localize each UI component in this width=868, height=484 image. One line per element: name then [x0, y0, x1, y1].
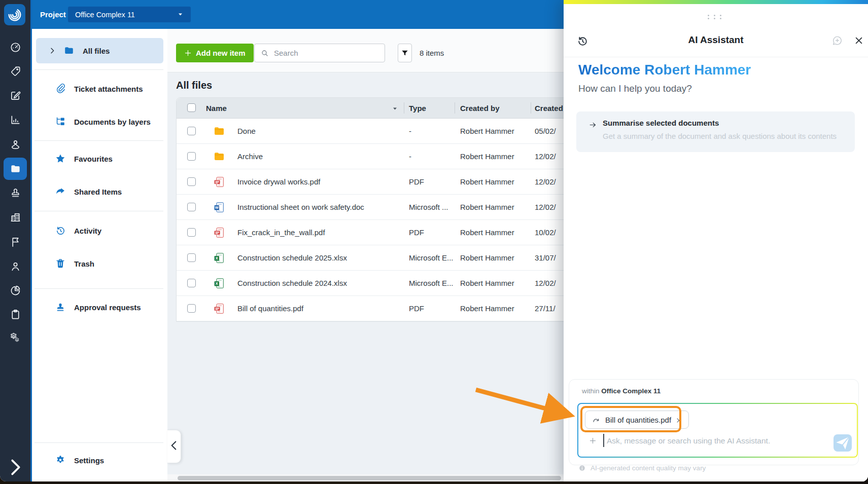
rail-item-person[interactable] — [4, 255, 27, 277]
remove-attachment-icon[interactable] — [676, 417, 682, 423]
file-name[interactable]: Construction schedule 2024.xlsx — [237, 271, 347, 295]
file-name[interactable]: Invoice drywal works.pdf — [237, 169, 320, 194]
sidebar-item-label: Ticket attachments — [74, 85, 143, 93]
file-created-by: Robert Hammer — [460, 144, 514, 169]
file-created-by: Robert Hammer — [460, 296, 514, 321]
attachment-chip-label: Bill of quantities.pdf — [605, 416, 671, 424]
file-name[interactable]: Bill of quantities.pdf — [237, 296, 303, 321]
rail-item-folder[interactable] — [4, 158, 27, 180]
sidebar-item-activity[interactable]: Activity — [36, 218, 163, 243]
scope-row: within Office Complex 11 — [582, 387, 661, 395]
row-checkbox[interactable] — [187, 152, 196, 161]
feedback-bubble-icon[interactable] — [831, 35, 843, 47]
sidebar-item-label: Favourites — [74, 155, 113, 163]
rail-item-bar-chart[interactable] — [4, 108, 27, 131]
planradar-logo[interactable] — [4, 4, 25, 25]
file-created-on: 10/02/ — [535, 220, 556, 245]
rail-item-pie-chart[interactable] — [4, 279, 27, 301]
rail-item-clipboard[interactable] — [4, 303, 27, 325]
suggestion-card[interactable]: Summarise selected documents Get a summa… — [576, 111, 855, 152]
row-checkbox[interactable] — [187, 228, 196, 237]
history-icon — [55, 225, 66, 236]
pencil-document-icon — [10, 90, 21, 101]
column-divider — [531, 102, 531, 114]
sidebar-divider — [34, 442, 163, 443]
rail-item-flag[interactable] — [4, 231, 27, 253]
rail-item-gears[interactable] — [4, 327, 27, 350]
stamp-icon — [10, 187, 21, 199]
rail-item-buildings[interactable] — [4, 206, 27, 228]
rail-item-tag[interactable] — [4, 60, 27, 82]
add-new-item-button[interactable]: Add new item — [176, 44, 254, 62]
arrow-right-icon — [588, 121, 597, 129]
file-name[interactable]: Fix_crack_in_the_wall.pdf — [237, 220, 325, 245]
file-name[interactable]: Construction schedule 2025.xlsx — [237, 245, 347, 270]
paperclip-icon — [55, 83, 66, 94]
clipboard-icon — [10, 309, 21, 320]
sidebar-item-settings[interactable]: Settings — [36, 448, 163, 473]
sidebar-item-label: Activity — [74, 227, 101, 235]
sidebar-item-ticket-attachments[interactable]: Ticket attachments — [36, 76, 163, 101]
text-cursor — [603, 434, 604, 447]
horizontal-scrollbar-thumb[interactable] — [178, 476, 561, 480]
pie-chart-icon — [10, 284, 21, 296]
row-checkbox[interactable] — [187, 127, 196, 135]
project-selector[interactable]: Office Complex 11 — [68, 7, 191, 22]
footer-note: AI-generated content quality may vary — [591, 464, 706, 472]
column-header-name[interactable]: Name — [206, 98, 227, 118]
panel-drag-handle-icon[interactable] — [708, 15, 724, 20]
file-name[interactable]: Instructional sheet on work safety.doc — [237, 195, 364, 219]
file-created-on: 31/07/ — [535, 245, 556, 270]
sidebar-item-shared-items[interactable]: Shared Items — [36, 179, 163, 204]
desktop-edge — [0, 481, 868, 484]
sort-caret-icon[interactable] — [392, 105, 398, 111]
row-checkbox[interactable] — [187, 203, 196, 211]
file-created-by: Robert Hammer — [460, 245, 514, 270]
star-icon — [55, 153, 66, 164]
attach-plus-icon[interactable] — [589, 437, 597, 444]
gears-icon — [10, 333, 21, 345]
pdf-file-icon — [214, 169, 224, 194]
rail-item-gauge[interactable] — [4, 36, 27, 58]
select-all-checkbox[interactable] — [187, 103, 196, 112]
suggestion-description: Get a summary of the document and ask qu… — [603, 132, 837, 140]
column-header-type[interactable]: Type — [409, 98, 426, 118]
close-icon[interactable] — [854, 35, 864, 46]
ai-assistant-title: AI Assistant — [564, 34, 868, 46]
sidebar-collapse-button[interactable] — [167, 430, 181, 463]
row-checkbox[interactable] — [187, 279, 196, 287]
sidebar-item-documents-by-layers[interactable]: Documents by layers — [36, 109, 163, 134]
buildings-icon — [10, 211, 21, 223]
rail-expand-button[interactable] — [4, 458, 27, 478]
file-name[interactable]: Done — [237, 119, 256, 143]
column-header-created-by[interactable]: Created by — [460, 98, 500, 118]
rail-item-person-pin[interactable] — [4, 133, 27, 155]
file-name[interactable]: Archive — [237, 144, 263, 169]
send-button[interactable] — [834, 434, 852, 452]
rail-item-stamp[interactable] — [4, 181, 27, 204]
file-created-on: 27/11/ — [535, 296, 555, 321]
header-divider — [564, 57, 868, 57]
filter-button[interactable] — [398, 44, 412, 62]
sidebar-item-approval-requests[interactable]: Approval requests — [36, 294, 163, 320]
add-new-item-label: Add new item — [196, 49, 246, 57]
chevron-down-icon — [177, 11, 184, 18]
folder-icon — [63, 45, 75, 56]
sidebar-item-all-files[interactable]: All files — [36, 38, 163, 63]
search-input[interactable] — [273, 48, 376, 58]
row-checkbox[interactable] — [187, 253, 196, 262]
funnel-icon — [401, 49, 409, 57]
row-checkbox[interactable] — [187, 177, 196, 186]
ai-message-input[interactable] — [606, 433, 821, 449]
rail-item-pencil-document[interactable] — [4, 84, 27, 106]
sidebar-item-trash[interactable]: Trash — [36, 251, 163, 276]
attachment-chip[interactable]: Bill of quantities.pdf — [585, 411, 689, 429]
file-created-on: 05/02/ — [535, 119, 556, 143]
sidebar-item-favourites[interactable]: Favourites — [36, 146, 163, 171]
person-icon — [10, 260, 21, 272]
file-type: Microsoft E... — [409, 271, 454, 295]
plus-icon — [184, 49, 192, 57]
folder-file-icon — [214, 144, 224, 169]
chevron-right-icon — [48, 47, 56, 55]
row-checkbox[interactable] — [187, 304, 196, 313]
